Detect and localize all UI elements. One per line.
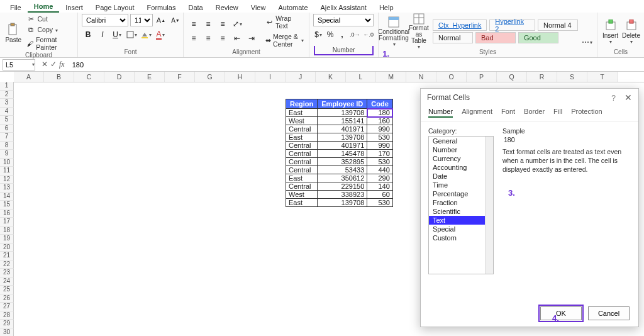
category-item[interactable]: Percentage: [429, 189, 493, 198]
table-cell[interactable]: 530: [367, 199, 393, 207]
category-item[interactable]: Time: [429, 181, 493, 189]
row-header[interactable]: 26: [0, 294, 14, 303]
row-header[interactable]: 12: [0, 176, 14, 184]
table-cell[interactable]: Central: [286, 182, 318, 191]
formula-input[interactable]: [69, 61, 644, 69]
row-header[interactable]: 24: [0, 277, 14, 286]
enter-formula-button[interactable]: ✓: [50, 60, 57, 69]
style-normal4[interactable]: Normal 4: [538, 20, 578, 31]
valign-top-button[interactable]: ≡: [187, 18, 200, 30]
col-header[interactable]: H: [225, 72, 255, 82]
border-button[interactable]: [125, 28, 138, 41]
accounting-format-button[interactable]: $: [313, 28, 323, 41]
conditional-formatting-button[interactable]: Conditional Formatting: [382, 15, 405, 48]
table-cell[interactable]: 139708: [318, 109, 367, 117]
tab-view[interactable]: View: [245, 3, 272, 13]
style-bad[interactable]: Bad: [475, 32, 516, 43]
category-list[interactable]: GeneralNumberCurrencyAccountingDateTimeP…: [428, 136, 494, 274]
halign-left-button[interactable]: ≡: [187, 32, 200, 45]
table-cell[interactable]: 350612: [318, 174, 367, 182]
col-header[interactable]: I: [255, 72, 286, 82]
cell-styles-more-button[interactable]: ⋯: [580, 36, 593, 48]
percent-format-button[interactable]: %: [325, 28, 335, 41]
shrink-font-button[interactable]: A▼: [169, 14, 182, 26]
row-header[interactable]: 1: [0, 82, 14, 91]
tab-data[interactable]: Data: [182, 3, 209, 13]
tab-insert[interactable]: Insert: [59, 3, 89, 13]
col-header[interactable]: P: [467, 72, 497, 82]
number-format-select[interactable]: Special: [313, 14, 374, 26]
category-item[interactable]: Number: [429, 145, 493, 154]
tab-formulas[interactable]: Formulas: [141, 3, 182, 13]
indent-dec-button[interactable]: ⇤: [231, 32, 243, 45]
table-cell[interactable]: 338923: [318, 191, 367, 199]
col-header[interactable]: C: [74, 72, 104, 82]
table-cell[interactable]: East: [286, 199, 318, 207]
category-item[interactable]: Scientific: [429, 207, 493, 216]
table-cell[interactable]: 290: [367, 174, 393, 182]
row-header[interactable]: 3: [0, 99, 14, 108]
category-item[interactable]: Fraction: [429, 198, 493, 207]
row-header[interactable]: 2: [0, 91, 14, 99]
insert-cells-button[interactable]: Insert: [601, 15, 619, 48]
table-cell[interactable]: 139708: [318, 133, 367, 142]
col-header[interactable]: R: [527, 72, 557, 82]
dialog-tab-number[interactable]: Number: [428, 108, 453, 118]
table-cell[interactable]: 401971: [318, 125, 367, 133]
dialog-tab-font[interactable]: Font: [501, 108, 515, 118]
category-item[interactable]: Text: [429, 216, 493, 225]
tab-ajelix-assistant[interactable]: Ajelix Assistant: [314, 3, 373, 13]
col-header[interactable]: S: [557, 72, 587, 82]
row-header[interactable]: 17: [0, 218, 14, 227]
table-cell[interactable]: 440: [367, 166, 393, 174]
delete-cells-button[interactable]: Delete: [622, 15, 640, 48]
valign-mid-button[interactable]: ≡: [202, 18, 214, 30]
col-header[interactable]: B: [44, 72, 74, 82]
table-cell[interactable]: 160: [367, 117, 393, 125]
table-cell[interactable]: 140: [367, 182, 393, 191]
row-header[interactable]: 20: [0, 244, 14, 252]
style-ctx-hyperlink[interactable]: Ctx_Hyperlink: [433, 20, 487, 31]
help-button[interactable]: ?: [611, 94, 616, 103]
paste-button[interactable]: Paste: [4, 16, 23, 49]
underline-button[interactable]: U: [111, 28, 123, 41]
ok-button[interactable]: OK: [540, 306, 582, 320]
row-header[interactable]: 19: [0, 235, 14, 244]
col-header[interactable]: A: [14, 72, 44, 82]
style-hyperlink2[interactable]: Hyperlink 2: [489, 20, 535, 31]
col-header[interactable]: N: [406, 72, 436, 82]
row-header[interactable]: 7: [0, 133, 14, 142]
table-cell[interactable]: Central: [286, 158, 318, 166]
merge-center-button[interactable]: ⬌Merge & Center: [264, 32, 305, 48]
dialog-tab-fill[interactable]: Fill: [553, 108, 562, 118]
row-header[interactable]: 10: [0, 159, 14, 167]
col-header[interactable]: K: [316, 72, 346, 82]
col-header[interactable]: L: [346, 72, 376, 82]
col-header[interactable]: E: [135, 72, 165, 82]
table-cell[interactable]: Central: [286, 166, 318, 174]
format-as-table-button[interactable]: Format as Table: [408, 15, 430, 48]
table-cell[interactable]: East: [286, 133, 318, 142]
cancel-formula-button[interactable]: ✕: [42, 60, 48, 69]
category-item[interactable]: Accounting: [429, 163, 493, 172]
row-header[interactable]: 11: [0, 167, 14, 176]
row-header[interactable]: 22: [0, 260, 14, 269]
table-cell[interactable]: 60: [367, 191, 393, 199]
table-cell[interactable]: 530: [367, 158, 393, 166]
col-header[interactable]: O: [436, 72, 467, 82]
row-header[interactable]: 16: [0, 210, 14, 218]
category-item[interactable]: Special: [429, 225, 493, 233]
row-header[interactable]: 8: [0, 142, 14, 150]
row-header[interactable]: 5: [0, 116, 14, 125]
row-header[interactable]: 27: [0, 303, 14, 311]
italic-button[interactable]: I: [96, 28, 109, 41]
table-cell[interactable]: 530: [367, 133, 393, 142]
table-cell[interactable]: East: [286, 109, 318, 117]
comma-format-button[interactable]: ,: [337, 28, 347, 41]
col-header[interactable]: G: [195, 72, 225, 82]
col-header[interactable]: J: [286, 72, 316, 82]
col-header[interactable]: T: [587, 72, 618, 82]
decrease-decimal-button[interactable]: ←.0: [362, 28, 374, 41]
style-good[interactable]: Good: [518, 32, 558, 43]
fill-color-button[interactable]: [140, 28, 152, 41]
